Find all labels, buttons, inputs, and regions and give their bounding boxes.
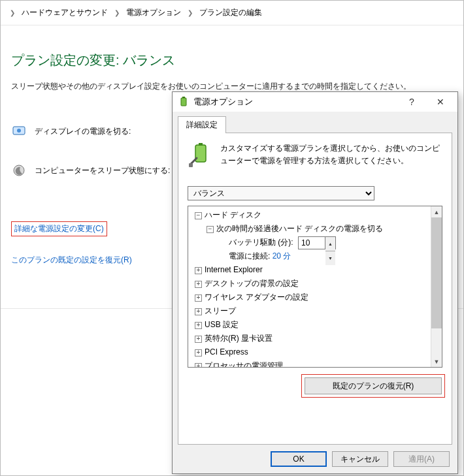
tree-node-cpu-power[interactable]: +プロセッサの電源管理 bbox=[192, 359, 438, 368]
battery-plug-icon bbox=[188, 142, 214, 170]
help-button[interactable]: ? bbox=[397, 93, 426, 111]
tree-node-intel-graphics[interactable]: +英特尔(R) 显卡设置 bbox=[192, 332, 438, 345]
battery-icon bbox=[178, 96, 190, 108]
dialog-title: 電源オプション bbox=[193, 97, 397, 108]
dialog-titlebar: 電源オプション ? ✕ bbox=[173, 92, 457, 112]
tree-node-plugged-in[interactable]: 電源に接続: 20 分 bbox=[192, 249, 438, 263]
collapse-icon[interactable]: − bbox=[207, 226, 214, 233]
battery-minutes-input[interactable] bbox=[299, 237, 325, 249]
settings-tree[interactable]: −ハード ディスク −次の時間が経過後ハード ディスクの電源を切る バッテリ駆動… bbox=[188, 206, 442, 368]
expand-icon[interactable]: + bbox=[195, 349, 202, 357]
collapse-icon[interactable]: − bbox=[195, 212, 202, 219]
breadcrumb-hardware[interactable]: ハードウェアとサウンド bbox=[22, 7, 108, 18]
tree-node-usb[interactable]: +USB 設定 bbox=[192, 318, 438, 332]
battery-minutes-spinner[interactable]: ▲ ▼ bbox=[298, 236, 336, 249]
tab-advanced-settings[interactable]: 詳細設定 bbox=[178, 116, 226, 133]
tree-node-hdd[interactable]: −ハード ディスク bbox=[192, 208, 438, 222]
dialog-button-row: OK キャンセル 適用(A) bbox=[173, 445, 457, 473]
expand-icon[interactable]: + bbox=[195, 267, 202, 274]
spinner-up-icon[interactable]: ▲ bbox=[325, 237, 335, 251]
restore-highlight: 既定のプランの復元(R) bbox=[301, 374, 445, 398]
scrollbar-up-icon[interactable]: ▲ bbox=[431, 206, 442, 217]
close-button[interactable]: ✕ bbox=[426, 93, 455, 111]
change-advanced-link[interactable]: 詳細な電源設定の変更(C) bbox=[11, 221, 107, 236]
svg-rect-5 bbox=[195, 145, 206, 162]
svg-rect-6 bbox=[199, 143, 203, 146]
tabstrip: 詳細設定 bbox=[178, 116, 452, 133]
expand-icon[interactable]: + bbox=[195, 294, 202, 302]
tree-node-battery-minutes[interactable]: バッテリ駆動 (分): ▲ ▼ bbox=[192, 236, 438, 249]
expand-icon[interactable]: + bbox=[195, 308, 202, 315]
tab-body: カスタマイズする電源プランを選択してから、お使いのコンピューターで電源を管理する… bbox=[178, 133, 452, 445]
expand-icon[interactable]: + bbox=[195, 322, 202, 329]
restore-plan-defaults-link[interactable]: このプランの既定の設定を復元(R) bbox=[11, 255, 132, 264]
svg-point-1 bbox=[17, 129, 21, 133]
dialog-description: カスタマイズする電源プランを選択してから、お使いのコンピューターで電源を管理する… bbox=[220, 142, 442, 170]
tree-node-wireless[interactable]: +ワイヤレス アダプターの設定 bbox=[192, 291, 438, 304]
tree-node-sleep[interactable]: +スリープ bbox=[192, 304, 438, 318]
page-title: プラン設定の変更: バランス bbox=[11, 52, 453, 69]
svg-rect-7 bbox=[189, 163, 193, 167]
cancel-button[interactable]: キャンセル bbox=[332, 451, 388, 467]
breadcrumb-power-options[interactable]: 電源オプション bbox=[126, 7, 181, 18]
expand-icon[interactable]: + bbox=[195, 336, 202, 343]
tree-scrollbar[interactable]: ▲ ▼ bbox=[431, 206, 442, 367]
tree-node-hdd-turnoff[interactable]: −次の時間が経過後ハード ディスクの電源を切る bbox=[192, 222, 438, 236]
monitor-icon bbox=[11, 123, 27, 139]
restore-plan-defaults-button[interactable]: 既定のプランの復元(R) bbox=[305, 377, 442, 394]
display-off-label: ディスプレイの電源を切る: bbox=[35, 126, 131, 137]
breadcrumb-edit-plan[interactable]: プラン設定の編集 bbox=[199, 7, 262, 18]
expand-icon[interactable]: + bbox=[195, 363, 202, 368]
plugged-in-value[interactable]: 20 分 bbox=[273, 251, 291, 261]
power-plan-select[interactable]: バランス bbox=[188, 186, 374, 200]
svg-rect-4 bbox=[182, 97, 185, 98]
tree-node-pci-express[interactable]: +PCI Express bbox=[192, 345, 438, 359]
expand-icon[interactable]: + bbox=[195, 281, 202, 288]
sleep-label: コンピューターをスリープ状態にする: bbox=[35, 165, 170, 176]
chevron-right-icon: ❯ bbox=[114, 9, 120, 16]
tree-node-ie[interactable]: +Internet Explorer bbox=[192, 263, 438, 277]
apply-button[interactable]: 適用(A) bbox=[393, 451, 450, 467]
tree-node-desktop-bg[interactable]: +デスクトップの背景の設定 bbox=[192, 277, 438, 291]
chevron-right-icon: ❯ bbox=[188, 9, 193, 16]
moon-icon bbox=[11, 163, 27, 178]
spinner-down-icon[interactable]: ▼ bbox=[325, 251, 335, 265]
scrollbar-thumb[interactable] bbox=[431, 217, 442, 328]
page-description: スリープ状態やその他のディスプレイ設定をお使いのコンピューターに適用するまでの時… bbox=[11, 81, 453, 92]
ok-button[interactable]: OK bbox=[271, 451, 327, 467]
svg-rect-3 bbox=[181, 98, 186, 106]
breadcrumb: ❯ ハードウェアとサウンド ❯ 電源オプション ❯ プラン設定の編集 bbox=[1, 1, 463, 25]
scrollbar-down-icon[interactable]: ▼ bbox=[431, 356, 442, 367]
chevron-right-icon: ❯ bbox=[10, 9, 15, 16]
power-options-dialog: 電源オプション ? ✕ 詳細設定 カスタマイズする電源プランを選択してから、お使… bbox=[172, 91, 458, 474]
